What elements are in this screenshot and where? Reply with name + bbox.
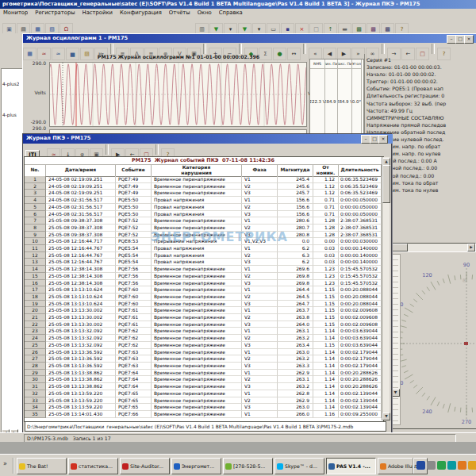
pke-title-bar[interactable]: Журнал ПКЭ - PM175 bbox=[23, 134, 393, 144]
scroll-thumb[interactable] bbox=[382, 165, 390, 203]
table-cell: 25-05-08 13:13:59.220 bbox=[46, 404, 116, 411]
taskbar-button-label: Энергомет... bbox=[182, 463, 214, 469]
tree-item[interactable]: 4-plus2 bbox=[2, 82, 19, 86]
table-row[interactable]: 524-05-08 02:31:56.517PQE5:50Провал напр… bbox=[25, 204, 382, 211]
table-row[interactable]: 1625-05-08 12:38:14.308PQE7:56Временное … bbox=[25, 280, 382, 287]
table-cell: 0:00:00.050000 bbox=[339, 197, 382, 204]
tray-icon[interactable] bbox=[416, 461, 425, 470]
device-tree-list[interactable]: 4-plus24-plus bbox=[1, 68, 23, 463]
table-row[interactable]: 3525-05-08 13:14:01.430PQE7:66Временное … bbox=[25, 411, 382, 418]
table-row[interactable]: 2025-05-08 13:13:30.002PQE7:61Временное … bbox=[25, 307, 382, 314]
quicklaunch-chevron-icon[interactable]: » bbox=[3, 460, 7, 467]
row-number-cell: 6 bbox=[25, 211, 46, 218]
waveform-icon[interactable]: ≈ bbox=[37, 48, 51, 60]
table-cell: PQE7:49 bbox=[116, 190, 152, 197]
table-row[interactable]: 2725-05-08 13:13:36.592PQE7:63Временное … bbox=[25, 355, 382, 363]
osc-close-icon[interactable]: × bbox=[464, 35, 474, 44]
tray-icon[interactable] bbox=[427, 461, 436, 470]
table-cell: Временное перенапряжение bbox=[152, 266, 242, 273]
table-row[interactable]: 1825-05-08 13:13:10.624PQE7:60Временное … bbox=[25, 294, 382, 301]
table-cell: PQE5:50 bbox=[116, 197, 152, 204]
tray-icon[interactable] bbox=[458, 461, 466, 470]
table-cell: 1.15 bbox=[313, 321, 339, 328]
column-header[interactable]: Отномин. bbox=[313, 164, 339, 176]
table-row[interactable]: 2425-05-08 13:13:32.092PQE7:62Временное … bbox=[25, 335, 382, 342]
table-cell: V1 bbox=[242, 411, 278, 418]
table-row[interactable]: 624-05-08 02:31:56.517PQE5:50Провал напр… bbox=[25, 211, 382, 218]
tree-item[interactable]: 4-plus bbox=[2, 113, 17, 117]
column-header[interactable]: Категориянарушения bbox=[152, 164, 242, 176]
table-row[interactable]: 3025-05-08 13:13:38.862PQE7:64Временное … bbox=[25, 376, 382, 383]
taskbar-button[interactable]: PAS V1.4 -... bbox=[326, 458, 376, 474]
main-toolbar: ▣▤▦▧Ω PM175 ▼ ▥▼▾▼▾▭▪×□↑▬▩▩▩? bbox=[0, 17, 476, 33]
row-number-cell: 2 bbox=[25, 183, 46, 190]
column-header[interactable]: Длительность bbox=[339, 164, 382, 176]
table-row[interactable]: 3425-05-08 13:13:59.220PQE7:65Временное … bbox=[25, 404, 382, 411]
event-table-header: No.Дата/времяСобытиеКатегориянарушенияФа… bbox=[25, 164, 382, 177]
taskbar-button[interactable]: Skype™ - d... bbox=[274, 458, 324, 474]
phasor-list-down-icon[interactable]: ▼ bbox=[391, 389, 400, 397]
column-header[interactable]: Дата/время bbox=[46, 164, 116, 176]
taskbar-button[interactable]: Site-Auditor... bbox=[120, 458, 170, 474]
table-row[interactable]: 3125-05-08 13:13:38.862PQE7:64Временное … bbox=[25, 383, 382, 390]
table-row[interactable]: 124-05-08 02:19:09.251PQE7:49Временное п… bbox=[25, 176, 382, 183]
table-cell: 245.7 bbox=[278, 190, 313, 197]
menu-item[interactable]: Конфигурация bbox=[120, 9, 162, 17]
row-number-cell: 27 bbox=[25, 355, 46, 363]
menu-item[interactable]: Окно bbox=[198, 9, 212, 17]
table-row[interactable]: 725-05-08 09:38:37.308PQE7:52Временное п… bbox=[25, 217, 382, 225]
menu-item[interactable]: Настройки bbox=[83, 9, 113, 17]
table-row[interactable]: 1425-05-08 12:38:14.308PQE7:56Временное … bbox=[25, 266, 382, 273]
table-row[interactable]: 324-05-08 02:19:09.251PQE7:49Временное п… bbox=[25, 190, 382, 197]
row-number-cell: 26 bbox=[25, 349, 46, 356]
table-row[interactable]: 1725-05-08 13:13:10.624PQE7:60Временное … bbox=[25, 286, 382, 294]
table-row[interactable]: 2625-05-08 13:13:36.592PQE7:63Временное … bbox=[25, 349, 382, 356]
table-row[interactable]: 1325-05-08 12:16:44.767PQE5:54Провал нап… bbox=[25, 259, 382, 266]
table-cell: V3 bbox=[242, 363, 278, 370]
column-header[interactable]: Фаза bbox=[242, 164, 278, 176]
menu-item[interactable]: Монитор bbox=[3, 9, 28, 17]
y-axis-top-label: 290.0 bbox=[27, 60, 46, 66]
main-title-bar[interactable]: ргометрика\Поставщики_генеральные\satec … bbox=[0, 0, 476, 9]
menu-item[interactable]: Регистраторы bbox=[35, 9, 75, 17]
tray-icon[interactable] bbox=[447, 461, 456, 470]
series-info-line: Напряжение прямой последов bbox=[367, 121, 476, 129]
table-row[interactable]: 424-05-08 02:31:56.517PQE5:50Провал напр… bbox=[25, 197, 382, 204]
table-cell: V2 bbox=[242, 273, 278, 280]
table-cell: PQE7:64 bbox=[116, 370, 152, 377]
waveform-plot[interactable] bbox=[49, 62, 307, 127]
event-table-vscrollbar[interactable]: ▲ ▼ bbox=[382, 157, 390, 420]
table-row[interactable]: 2225-05-08 13:13:30.002PQE7:61Временное … bbox=[25, 321, 382, 328]
column-header[interactable]: Событие bbox=[116, 164, 152, 176]
table-row[interactable]: 2825-05-08 13:13:36.592PQE7:63Временное … bbox=[25, 363, 382, 370]
table-cell: Временное перенапряжение bbox=[152, 183, 242, 190]
taskbar-button[interactable]: Энергомет... bbox=[171, 458, 221, 474]
data-grid-icon[interactable]: ▦ bbox=[23, 48, 36, 60]
table-row[interactable]: 1125-05-08 12:16:44.767PQE5:54Провал нап… bbox=[25, 245, 382, 252]
table-cell: 263.3 bbox=[278, 363, 313, 370]
tray-icon[interactable] bbox=[468, 461, 476, 470]
table-row[interactable]: 2925-05-08 13:13:38.862PQE7:64Временное … bbox=[25, 370, 382, 377]
pke-close-icon[interactable]: × bbox=[378, 135, 388, 144]
tray-icon[interactable] bbox=[437, 461, 446, 470]
column-header[interactable]: Магнитуда bbox=[278, 164, 313, 176]
column-header[interactable]: No. bbox=[25, 164, 46, 176]
table-row[interactable]: 1225-05-08 12:16:44.767PQE5:54Провал нап… bbox=[25, 252, 382, 259]
oscillogram-title-bar[interactable]: Журнал осциллограмм 1 - PM175 bbox=[23, 34, 476, 43]
table-row[interactable]: 224-05-08 02:19:09.251PQE7:49Временное п… bbox=[25, 183, 382, 190]
table-row[interactable]: 1925-05-08 13:13:10.624PQE7:60Временное … bbox=[25, 301, 382, 308]
taskbar-button[interactable]: The Bat! bbox=[17, 458, 67, 474]
scroll-down-icon[interactable]: ▼ bbox=[382, 413, 390, 420]
menu-item[interactable]: Отчёты bbox=[169, 9, 190, 17]
table-row[interactable]: 2125-05-08 13:13:30.002PQE7:61Временное … bbox=[25, 314, 382, 321]
taskbar-button[interactable]: [278-528-5... bbox=[223, 458, 273, 474]
table-row[interactable]: 1525-05-08 12:38:14.308PQE7:56Временное … bbox=[25, 273, 382, 280]
table-row[interactable]: 2525-05-08 13:13:32.092PQE7:62Временное … bbox=[25, 342, 382, 349]
table-row[interactable]: 2325-05-08 13:13:32.092PQE7:62Временное … bbox=[25, 328, 382, 335]
database-path-input[interactable] bbox=[25, 421, 386, 432]
table-row[interactable]: 3325-05-08 13:13:59.220PQE7:65Временное … bbox=[25, 397, 382, 405]
taskbar-button[interactable]: статистика... bbox=[68, 458, 118, 474]
menu-item[interactable]: Справка bbox=[219, 9, 243, 17]
table-cell: PQE7:63 bbox=[116, 363, 152, 370]
table-row[interactable]: 3225-05-08 13:13:59.220PQE7:65Временное … bbox=[25, 390, 382, 397]
